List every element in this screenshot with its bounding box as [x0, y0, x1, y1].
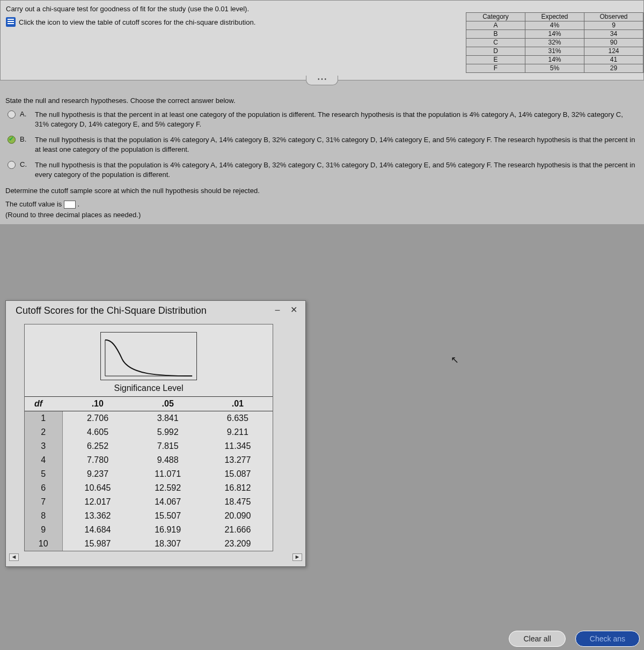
- radio-unchecked-icon[interactable]: [8, 161, 16, 169]
- chi-square-curve-icon: [100, 332, 197, 380]
- table-cell: 4%: [525, 21, 584, 30]
- chi-value-cell: 7.815: [133, 439, 203, 453]
- minimize-icon[interactable]: –: [271, 306, 284, 316]
- chi-col-01: .01: [203, 397, 273, 411]
- collapse-toggle[interactable]: • • •: [306, 76, 338, 85]
- question-header-panel: Carry out a chi-square test for goodness…: [0, 0, 644, 80]
- cutoff-sentence: The cutoff value is .: [5, 200, 639, 209]
- check-answer-button[interactable]: Check ans: [575, 631, 640, 647]
- chi-value-cell: 12.592: [133, 481, 203, 495]
- table-row: 59.23711.07115.087: [25, 467, 273, 481]
- chi-value-cell: 2.706: [62, 411, 133, 426]
- popup-title: Cutoff Scores for the Chi-Square Distrib…: [16, 305, 207, 316]
- chi-square-table: df .10 .05 .01 12.7063.8416.63524.6055.9…: [25, 396, 273, 551]
- scroll-left-icon[interactable]: ◄: [9, 553, 19, 561]
- table-cell: 32%: [525, 39, 584, 47]
- chi-df-cell: 5: [25, 467, 62, 481]
- option-letter: C.: [20, 160, 31, 168]
- chi-value-cell: 12.017: [62, 495, 133, 509]
- chi-table-header-row: df .10 .05 .01: [25, 397, 273, 411]
- significance-label: Significance Level: [25, 382, 273, 396]
- chi-value-cell: 11.071: [133, 467, 203, 481]
- chi-value-cell: 15.507: [133, 509, 203, 523]
- chi-value-cell: 23.209: [203, 537, 273, 551]
- option-row[interactable]: C.The null hypothesis is that the popula…: [8, 160, 639, 179]
- option-letter: A.: [20, 110, 31, 118]
- table-cell: 34: [584, 30, 643, 39]
- chi-value-cell: 10.645: [62, 481, 133, 495]
- table-cell: 90: [584, 39, 643, 47]
- data-col-category: Category: [466, 13, 525, 21]
- option-text: The null hypothesis is that the percent …: [35, 110, 639, 129]
- table-cell: D: [466, 47, 525, 56]
- table-row: C32%90: [466, 39, 643, 47]
- table-cell: 5%: [525, 64, 584, 73]
- data-col-observed: Observed: [584, 13, 643, 21]
- data-col-expected: Expected: [525, 13, 584, 21]
- table-row: F5%29: [466, 64, 643, 73]
- question-body: State the null and research hypotheses. …: [0, 80, 644, 224]
- chi-col-df: df: [25, 397, 62, 411]
- close-icon[interactable]: ✕: [287, 306, 300, 316]
- table-cell: 29: [584, 64, 643, 73]
- table-row: A4%9: [466, 21, 643, 30]
- cutoff-posttext: .: [78, 200, 80, 208]
- hypotheses-prompt: State the null and research hypotheses. …: [5, 97, 639, 105]
- popup-header: Cutoff Scores for the Chi-Square Distrib…: [6, 301, 305, 319]
- table-cell: 14%: [525, 56, 584, 64]
- clear-all-button[interactable]: Clear all: [509, 631, 565, 647]
- chi-value-cell: 3.841: [133, 411, 203, 426]
- chi-value-cell: 9.211: [203, 425, 273, 439]
- chi-value-cell: 4.605: [62, 425, 133, 439]
- chi-df-cell: 1: [25, 411, 62, 426]
- table-row: 12.7063.8416.635: [25, 411, 273, 426]
- chi-value-cell: 9.488: [133, 453, 203, 467]
- chi-df-cell: 8: [25, 509, 62, 523]
- chi-col-05: .05: [133, 397, 203, 411]
- table-cell: 14%: [525, 30, 584, 39]
- chi-df-cell: 7: [25, 495, 62, 509]
- table-cell: C: [466, 39, 525, 47]
- table-doc-icon: [6, 17, 16, 27]
- table-row: D31%124: [466, 47, 643, 56]
- chi-value-cell: 18.475: [203, 495, 273, 509]
- chi-value-cell: 15.987: [62, 537, 133, 551]
- window-controls: – ✕: [271, 306, 300, 316]
- chi-value-cell: 14.684: [62, 523, 133, 537]
- chi-value-cell: 7.780: [62, 453, 133, 467]
- table-row: 610.64512.59216.812: [25, 481, 273, 495]
- scroll-right-icon[interactable]: ►: [292, 553, 302, 561]
- chi-value-cell: 14.067: [133, 495, 203, 509]
- table-row: 813.36215.50720.090: [25, 509, 273, 523]
- option-letter: B.: [20, 135, 31, 143]
- chi-square-popup: Cutoff Scores for the Chi-Square Distrib…: [5, 300, 306, 567]
- option-text: The null hypothesis is that the populati…: [35, 135, 639, 154]
- popup-scrollbar[interactable]: ◄ ►: [6, 551, 305, 561]
- chi-value-cell: 21.666: [203, 523, 273, 537]
- cursor-icon: ↖: [451, 354, 459, 366]
- radio-checked-icon[interactable]: [8, 136, 16, 144]
- chi-value-cell: 15.087: [203, 467, 273, 481]
- rounding-note: (Round to three decimal places as needed…: [5, 211, 639, 219]
- chi-value-cell: 9.237: [62, 467, 133, 481]
- table-row: 712.01714.06718.475: [25, 495, 273, 509]
- option-row[interactable]: B.The null hypothesis is that the popula…: [8, 135, 639, 154]
- chi-value-cell: 5.992: [133, 425, 203, 439]
- chi-df-cell: 2: [25, 425, 62, 439]
- radio-unchecked-icon[interactable]: [8, 110, 16, 119]
- chi-df-cell: 6: [25, 481, 62, 495]
- option-row[interactable]: A.The null hypothesis is that the percen…: [8, 110, 639, 129]
- cutoff-pretext: The cutoff value is: [5, 200, 64, 208]
- table-row: 47.7809.48813.277: [25, 453, 273, 467]
- chi-value-cell: 16.919: [133, 523, 203, 537]
- table-cell: 124: [584, 47, 643, 56]
- chi-value-cell: 13.277: [203, 453, 273, 467]
- table-row: 36.2527.81511.345: [25, 439, 273, 453]
- table-row: 24.6055.9929.211: [25, 425, 273, 439]
- cutoff-input[interactable]: [64, 201, 76, 209]
- action-bar: Clear all Check ans: [509, 631, 640, 647]
- table-row: 914.68416.91921.666: [25, 523, 273, 537]
- table-row: 1015.98718.30723.209: [25, 537, 273, 551]
- chi-value-cell: 11.345: [203, 439, 273, 453]
- chi-value-cell: 6.252: [62, 439, 133, 453]
